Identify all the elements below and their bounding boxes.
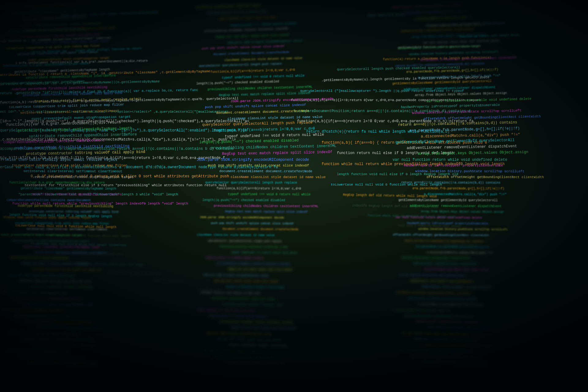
code-line-generated: RegExp test exec match replace split sli…	[228, 268, 292, 272]
code-line-generated: typeof undefined !== void 0 return null …	[197, 309, 255, 312]
code-line: null while void 0 length null toLowerCas…	[107, 271, 160, 276]
code-line-generated: offsetWidth offsetHeight getBoundingClie…	[393, 233, 489, 238]
code-line-generated: Array.from Object.keys Object.values Obj…	[427, 326, 492, 330]
code-line-generated: push pop shift unshift splice concat sli…	[202, 44, 285, 51]
code-line-generated: getAttribute "className" getElementsByTa…	[27, 303, 93, 307]
code-line-generated: compareDocumentPosition contains ownerDo…	[6, 198, 91, 203]
code-line-generated: document.createElement document.createTe…	[222, 227, 298, 232]
code-line-generated: RegExp test exec match replace split sli…	[231, 326, 296, 330]
code-line-generated: nodeType parentNode firstChild lastChild…	[21, 262, 88, 266]
code-line-generated: querySelector querySelectorAll length pu…	[199, 62, 282, 68]
code-line-generated: querySelector querySelectorAll length pu…	[211, 297, 276, 301]
code-line-generated: return a===d||!(c.contains||!a.contains(…	[401, 181, 500, 185]
code-line-generated: e=a.parentNode,f=b.parentNode,g=[],h=[];…	[403, 10, 468, 15]
code-line-generated: typeof undefined !== void 0 return null …	[231, 251, 297, 254]
code-line-generated: document.createElement document.createTe…	[219, 169, 312, 174]
code-line-generated: setAttribute removeChild appendChild ins…	[32, 192, 122, 197]
code-line-generated: var null function return while void unde…	[396, 216, 482, 220]
code-line-generated: getAttribute "className" getElementsByTa…	[21, 187, 116, 191]
code-line-generated: getElementsByClassName getElementById qu…	[398, 198, 498, 203]
code-line-generated: push pop shift unshift splice concat sli…	[211, 221, 294, 226]
code-line: RegExp apply split length	[368, 13, 404, 17]
code-line-generated: addEventListener removeEventListener dis…	[413, 262, 477, 266]
code-line-generated: querySelector querySelectorAll length pu…	[214, 355, 279, 360]
code-line-generated: Promise then catch finally async await r…	[1, 157, 118, 163]
code-line-generated: a.disconnectedMatch=s.call(a,"div") push…	[415, 16, 473, 21]
code-line-generated: addEventListener removeEventListener dis…	[410, 204, 502, 209]
code-line-generated: function(a,b){if(a===b)return l=!0,0;var…	[226, 361, 285, 365]
code-line-generated: e=a.parentNode,f=b.parentNode,g=[],h=[];…	[413, 187, 504, 191]
code-line-generated: nodeType parentNode firstChild lastChild…	[18, 204, 113, 209]
code-line-generated: JSON.parse JSON.stringify encodeURICompo…	[227, 39, 302, 44]
code-line-generated: a.disconnectedMatch=s.call(a,"div") push…	[424, 192, 507, 197]
code-line-generated: getAttribute "className" getElementsByTa…	[30, 361, 96, 365]
code-line-generated: function(a){var b,e,g=a?.ownerDocument||…	[12, 239, 89, 243]
code-line-generated: querySelector querySelectorAll length pu…	[208, 239, 282, 243]
code-line-generated: setAttribute removeChild appendChild ins…	[23, 16, 86, 21]
code-line-generated: function(a){var b,e,g=a?.ownerDocument||…	[0, 4, 67, 9]
code-line-generated: hasOwnProperty isPrototypeOf propertyIsE…	[407, 221, 488, 226]
code-line-generated: toLowerCase toUpperCase trim split join …	[12, 163, 127, 168]
code-line-generated: className classList style dataset id nam…	[197, 233, 275, 237]
code-line-generated: className classList style dataset id nam…	[231, 175, 326, 180]
code-line-generated: RegExp test exec match replace split sli…	[219, 91, 311, 98]
code-line-generated: length||q.push("~=") checked enabled dis…	[202, 198, 285, 203]
code-line-generated: toLowerCase toUpperCase trim split join …	[18, 280, 91, 284]
code-line-generated: function(a,b){if(a===b)return l=!0,0;var…	[207, 10, 266, 15]
code-line-generated: event.preventDefault event.stopPropagati…	[7, 349, 70, 354]
code-line-generated: var null function return while void unde…	[393, 157, 507, 163]
code-line-generated: e=a.parentNode,f=b.parentNode,g=[],h=[];…	[422, 361, 486, 365]
code-line-generated: className classList style dataset id nam…	[203, 349, 263, 354]
code-line-generated: function(a,b){if(a===b)return l=!0,0;var…	[210, 68, 295, 74]
code-line-generated: getElementsByClassName getElementById qu…	[405, 315, 474, 318]
code-line-generated: return a===d||!(c.contains||!a.contains(…	[407, 297, 477, 301]
code-line-generated: querySelector querySelectorAll length pu…	[205, 181, 297, 185]
code-line-generated: function(a){var b,e,g=a?.ownerDocument||…	[9, 181, 105, 185]
code-background: RegExp apply split length push replace f…	[0, 0, 588, 392]
code-line-generated: push pop shift unshift splice concat sli…	[205, 103, 306, 110]
code-line-generated: push pop shift unshift splice concat sli…	[217, 338, 281, 342]
code-line-generated: event.preventDefault event.stopPropagati…	[1, 233, 82, 237]
code-line-generated: function(a){var b,e,g=a?.ownerDocument||…	[15, 297, 82, 301]
code-layer: RegExp apply split length push replace f…	[0, 0, 588, 392]
code-line-generated: previousSibling childNodes children text…	[217, 262, 290, 266]
code-line-generated: setInterval clearInterval setTimeout cle…	[32, 344, 96, 348]
code-line-generated: function(a){var b,e,g=a?.ownerDocument||…	[18, 355, 85, 360]
code-line-generated: length||q.push("~=") checked enabled dis…	[196, 80, 279, 86]
code-line-generated: document.createElement document.createTe…	[213, 51, 289, 57]
code-line-generated: offsetWidth offsetHeight getBoundingClie…	[396, 291, 471, 295]
code-line-generated: var null function return while void unde…	[399, 274, 466, 277]
code-line-generated: Promise then catch finally async await r…	[7, 274, 75, 278]
code-line-generated: previousSibling childNodes children text…	[220, 320, 293, 325]
code-line-generated: window.location history.pushState scroll…	[424, 344, 494, 348]
code-line-generated: previousSibling childNodes children text…	[205, 27, 288, 33]
code-line-generated: setInterval clearInterval setTimeout cle…	[23, 169, 122, 174]
code-line-generated: prototype constructor toString valueOf c…	[29, 210, 119, 214]
code-line-generated: previousSibling childNodes children text…	[214, 204, 318, 209]
code-line-generated: push pop shift unshift splice concat sli…	[208, 163, 309, 168]
code-line-generated: offsetWidth offsetHeight getBoundingClie…	[399, 349, 474, 354]
code-line-generated: setInterval clearInterval setTimeout cle…	[29, 285, 92, 289]
code-line-generated: hasOwnProperty isPrototypeOf propertyIsE…	[410, 280, 473, 283]
code-line-generated: setAttribute removeChild appendChild ins…	[35, 251, 107, 254]
code-line-generated: a.disconnectedMatch=s.call(a,"div") push…	[393, 309, 451, 312]
code-line-generated: length||q.push("~=") checked enabled dis…	[205, 256, 263, 260]
code-line-generated: a.disconnectedMatch=s.call(a,"div") push…	[427, 251, 493, 254]
code-line-generated: typeof undefined !== void 0 return null …	[222, 74, 304, 80]
code-line-generated: JSON.parse JSON.stringify encodeURICompo…	[200, 216, 284, 220]
code-line-generated: document.createElement document.createTe…	[216, 109, 309, 115]
code-line-generated: nodeType parentNode firstChild lastChild…	[9, 27, 85, 33]
code-line-generated: hasOwnProperty isPrototypeOf propertyIsE…	[413, 338, 476, 342]
code-line-generated: compareDocumentPosition contains ownerDo…	[34, 21, 102, 27]
code-line-generated: prototype constructor toString valueOf c…	[32, 268, 102, 272]
code-line-generated: length||q.push("~=") checked enabled dis…	[230, 21, 296, 27]
code-line-generated: function(a,b){if(a===b)return l=!0,0;var…	[220, 245, 287, 249]
code-line-generated: getElementsByClassName getElementById qu…	[401, 256, 471, 260]
code-line-generated: push pop shift unshift splice concat sli…	[214, 280, 278, 283]
code-line-generated: JSON.parse JSON.stringify encodeURICompo…	[206, 332, 271, 336]
code-line-generated: RegExp test exec match replace split sli…	[225, 210, 308, 214]
code-line-generated: window.location history.pushState scroll…	[415, 169, 524, 174]
code-line-generated: event.preventDefault event.stopPropagati…	[4, 291, 67, 295]
code-line-generated: JSON.parse JSON.stringify encodeURICompo…	[203, 274, 268, 277]
code-line-generated: window.location history.pushState scroll…	[421, 285, 491, 289]
